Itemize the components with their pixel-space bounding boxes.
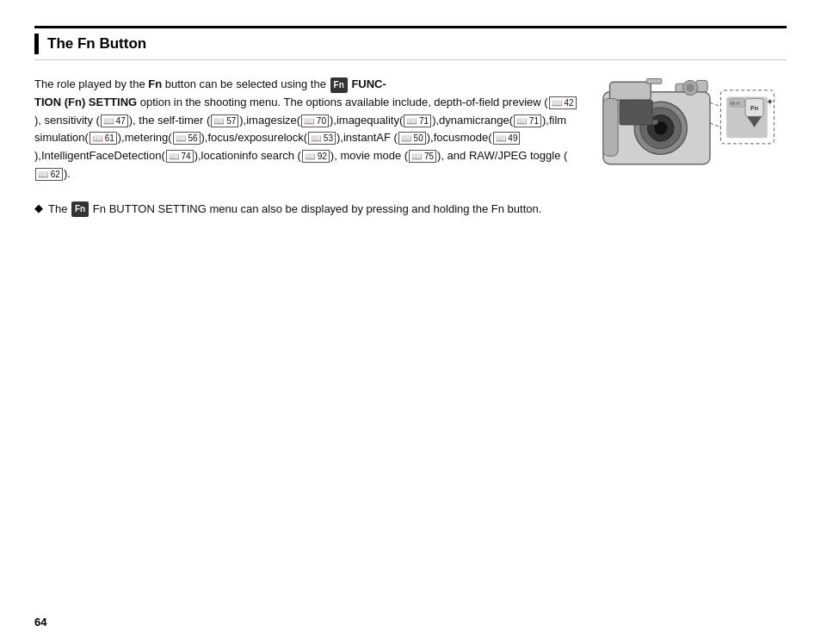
ref4: 📖 70 bbox=[301, 115, 329, 127]
ref14: 📖 75 bbox=[409, 150, 436, 163]
ref8: 📖 56 bbox=[173, 132, 201, 145]
fn-bold: Fn bbox=[148, 77, 162, 90]
svg-rect-13 bbox=[620, 100, 652, 125]
ref6: 📖 71 bbox=[514, 115, 541, 127]
main-text-block: The role played by the Fn button can be … bbox=[34, 76, 580, 183]
ref1: 📖 42 bbox=[549, 96, 577, 109]
title-accent bbox=[34, 34, 39, 54]
ref11: 📖 49 bbox=[493, 132, 521, 145]
camera-illustration: Wi-Fi Fn ✦ bbox=[597, 71, 787, 175]
tip-fn-inline: Fn bbox=[491, 202, 504, 215]
ref7: 📖 61 bbox=[90, 132, 117, 145]
ref10: 📖 50 bbox=[398, 132, 426, 145]
tip-fn-icon: Fn bbox=[71, 201, 89, 217]
ref13: 📖 92 bbox=[302, 150, 330, 163]
svg-text:Wi-Fi: Wi-Fi bbox=[731, 102, 740, 106]
fn-icon-inline: Fn bbox=[330, 77, 348, 93]
tip-end: button. bbox=[504, 202, 541, 215]
svg-line-16 bbox=[710, 123, 720, 127]
text-before-fn: The role played by the bbox=[34, 77, 148, 90]
svg-rect-1 bbox=[610, 82, 651, 100]
content-area: The role played by the Fn button can be … bbox=[34, 76, 787, 183]
camera-svg: Wi-Fi Fn ✦ bbox=[602, 71, 782, 175]
svg-line-15 bbox=[710, 102, 720, 107]
ref15: 📖 62 bbox=[35, 168, 63, 181]
ref2: 📖 47 bbox=[101, 115, 128, 127]
page-title: The Fn Button bbox=[47, 35, 146, 53]
tip-bold-text: Fn BUTTON SETTING bbox=[93, 202, 207, 215]
tip-text-after: menu can also be displayed by pressing a… bbox=[207, 202, 491, 215]
title-bar: The Fn Button bbox=[34, 26, 787, 60]
svg-point-10 bbox=[686, 84, 694, 92]
tip-section: ◆ The Fn Fn BUTTON SETTING menu can also… bbox=[34, 201, 787, 219]
ref5: 📖 71 bbox=[404, 115, 431, 127]
svg-text:✦: ✦ bbox=[766, 96, 774, 107]
page-number: 64 bbox=[34, 616, 46, 629]
ref3: 📖 57 bbox=[211, 115, 238, 127]
text-after-fn: button can be selected using the bbox=[162, 77, 329, 90]
page: The Fn Button The role played by the Fn … bbox=[0, 0, 821, 644]
main-paragraph: The role played by the Fn button can be … bbox=[34, 76, 580, 183]
ref9: 📖 53 bbox=[308, 132, 336, 145]
svg-rect-12 bbox=[603, 98, 618, 156]
tip-text-before: The bbox=[48, 202, 71, 215]
tip-text: The Fn Fn BUTTON SETTING menu can also b… bbox=[48, 201, 541, 219]
svg-text:Fn: Fn bbox=[750, 104, 759, 112]
ref12: 📖 74 bbox=[166, 150, 194, 163]
tip-diamond: ◆ bbox=[34, 201, 43, 214]
svg-rect-11 bbox=[647, 78, 662, 84]
